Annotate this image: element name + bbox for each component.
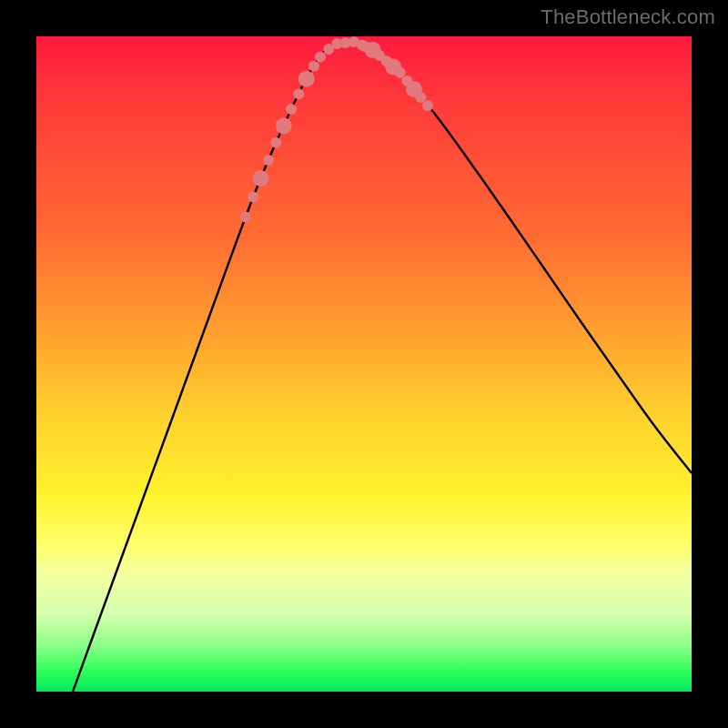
bead (357, 40, 368, 51)
bead (248, 191, 258, 202)
bead (286, 104, 297, 115)
curve-beads (240, 36, 433, 222)
chart-frame: TheBottleneck.com (0, 0, 728, 728)
bead (308, 61, 319, 72)
bead (253, 170, 269, 187)
v-curve-path (73, 42, 692, 692)
bead (263, 155, 274, 166)
watermark-text: TheBottleneck.com (541, 5, 715, 29)
bead (315, 51, 326, 62)
bead (240, 212, 251, 223)
curve-layer (36, 36, 692, 692)
bead (293, 88, 304, 99)
bead (276, 117, 292, 134)
bead (298, 71, 315, 87)
bead (270, 137, 281, 148)
plot-area (36, 36, 692, 692)
bead (422, 100, 433, 111)
